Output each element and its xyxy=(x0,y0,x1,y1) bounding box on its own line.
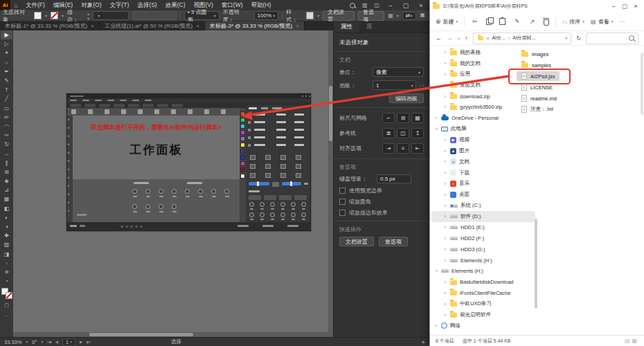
refresh-icon[interactable]: ↻ xyxy=(576,35,581,42)
checkbox-icon[interactable] xyxy=(339,199,346,205)
minimize-button[interactable]: – xyxy=(386,2,395,9)
stroke-swatch[interactable] xyxy=(51,12,58,19)
stroke-color-icon[interactable] xyxy=(6,292,12,299)
mesh-tool[interactable]: ▦ xyxy=(1,194,12,203)
color-swatch[interactable] xyxy=(240,118,245,122)
scale-tool[interactable]: ↔ xyxy=(1,149,12,158)
stroke-width-select[interactable]: ▾ xyxy=(93,11,129,20)
artboard-number-select[interactable]: 1 ▾ xyxy=(62,338,75,346)
hand-tool[interactable]: ✛ xyxy=(1,268,12,277)
forward-button[interactable]: → xyxy=(447,35,453,42)
menu-item-8[interactable]: 帮助(H) xyxy=(247,1,276,10)
align-icon[interactable]: ▦ xyxy=(388,12,393,19)
file-row-inner[interactable]: samples xyxy=(517,61,556,70)
type-tool[interactable]: T xyxy=(1,85,12,94)
sidebar-item-13[interactable]: ›桌面 xyxy=(431,189,535,200)
artboard-nav-first-icon[interactable]: |◀ xyxy=(47,340,51,344)
zoom-tool[interactable]: ◔ xyxy=(1,277,12,286)
checkbox-icon[interactable] xyxy=(339,188,346,194)
style-dropdown-icon[interactable]: ▾ xyxy=(317,13,319,18)
chevron-icon[interactable]: › xyxy=(443,225,447,230)
close-tab-icon[interactable]: × xyxy=(196,23,199,29)
document-tab-1[interactable]: 工业线缝(1).ai* @ 50 % (RGB/预览)× xyxy=(100,21,205,30)
column-graph-tool[interactable]: ▥ xyxy=(1,240,12,249)
eyedropper-tool[interactable]: ◐ xyxy=(1,213,12,222)
chevron-icon[interactable]: › xyxy=(443,149,447,154)
shaper-tool[interactable]: ✑ xyxy=(1,131,12,140)
chevron-icon[interactable]: › xyxy=(443,192,447,197)
variable-width-select[interactable] xyxy=(132,11,177,20)
curvature-tool[interactable]: ✎ xyxy=(1,76,12,85)
file-row-5[interactable]: ≡注意：.txt xyxy=(517,104,634,115)
chevron-icon[interactable]: › xyxy=(434,116,438,120)
search-box[interactable] xyxy=(586,33,638,44)
sort-button[interactable]: ↑↓ 排序 ▾ xyxy=(562,18,584,26)
sidebar-item-20[interactable]: ›Elements (H:) xyxy=(431,266,535,277)
file-row-1[interactable]: samples xyxy=(517,60,634,71)
paste-icon[interactable] xyxy=(499,18,506,25)
show-guides-icon[interactable]: ≣ xyxy=(382,128,395,138)
sidebar-scrollbar[interactable] xyxy=(535,219,537,309)
chevron-icon[interactable]: › xyxy=(443,247,447,252)
sidebar-item-16[interactable]: ›HDD1 (E:) xyxy=(431,222,535,233)
chevron-icon[interactable]: › xyxy=(443,258,447,263)
new-button[interactable]: ⊕ 新建 ▾ xyxy=(436,18,458,26)
stroke-dropdown-icon[interactable]: ▾ xyxy=(62,13,64,18)
grid-icon[interactable]: ⊞ xyxy=(397,113,409,123)
preference-checkbox-0[interactable]: 使用预览边界 xyxy=(339,187,424,194)
placed-screenshot[interactable]: ▸▸▸▸▸▸▸▸▸▸▸▸ 双击脚本是打不开的，需要在AI软件内运行脚本+ 工作面… xyxy=(66,93,311,231)
units-select[interactable]: 像素▾ xyxy=(373,67,424,77)
pixel-grid-icon[interactable]: ▦ xyxy=(411,113,424,123)
menu-item-5[interactable]: 效果(C) xyxy=(161,1,190,10)
rotate-tool[interactable]: ↻ xyxy=(1,140,12,149)
preferences-button[interactable]: 首选项 xyxy=(358,11,384,21)
keyboard-increment-input[interactable]: 0.5 px xyxy=(377,174,411,183)
folder-panel-icon[interactable]: ▣ xyxy=(420,12,426,20)
tab-properties[interactable]: 属性 xyxy=(334,21,359,33)
chevron-icon[interactable]: › xyxy=(443,159,447,164)
perspective-grid-tool[interactable]: ⊿ xyxy=(1,185,12,194)
tab-libraries[interactable]: 库 xyxy=(359,21,379,33)
rulers-icon[interactable]: ⌐ xyxy=(382,113,395,123)
sidebar-item-17[interactable]: ›HDD2 (F:) xyxy=(431,233,535,244)
paintbrush-tool[interactable]: ✏ xyxy=(1,113,12,122)
delete-icon[interactable] xyxy=(544,19,549,26)
icons-view-icon[interactable]: ▦ xyxy=(632,338,639,344)
zoom-level[interactable]: 33.33% xyxy=(4,339,21,345)
breadcrumb-segment-1[interactable]: AI分层转... xyxy=(512,35,535,42)
chevron-icon[interactable]: › xyxy=(443,50,447,55)
color-swatch[interactable] xyxy=(240,174,245,179)
pen-tool[interactable]: ✒ xyxy=(1,67,12,76)
artboard-select[interactable]: 1▾ xyxy=(373,80,416,90)
menu-item-3[interactable]: 文字(T) xyxy=(105,1,133,10)
pencil-tool[interactable]: ◠ xyxy=(1,122,12,131)
color-swatch[interactable] xyxy=(240,111,245,116)
sidebar-item-10[interactable]: ›≡文档 xyxy=(431,156,535,167)
sidebar-item-12[interactable]: ›♪音乐 xyxy=(431,179,535,190)
artboard-nav-prev-icon[interactable]: ◀ xyxy=(55,340,58,344)
artboard-nav-icons[interactable]: ‹ › xyxy=(419,83,424,88)
chevron-icon[interactable]: › xyxy=(443,203,447,208)
artboard-nav-last-icon[interactable]: ▶| xyxy=(87,340,91,344)
filelist-scrollbar[interactable] xyxy=(641,53,643,115)
rotation-value[interactable]: 0° xyxy=(32,339,37,345)
color-swatch[interactable] xyxy=(240,124,245,129)
color-swatch[interactable] xyxy=(240,167,245,172)
preference-checkbox-1[interactable]: 缩放圆角 xyxy=(339,198,424,206)
file-row-2[interactable]: %AI2Psd.jsx xyxy=(517,71,634,82)
qa-document-setup-button[interactable]: 文档设置 xyxy=(339,237,374,246)
chevron-icon[interactable]: › xyxy=(443,61,447,66)
stroke-stepper[interactable]: ▴▾ xyxy=(87,11,89,21)
blend-tool[interactable]: ◑ xyxy=(1,222,12,231)
close-button[interactable]: × xyxy=(417,2,425,9)
edit-artboards-button[interactable]: 编辑画板 xyxy=(389,93,424,103)
chevron-icon[interactable]: › xyxy=(443,72,447,77)
close-tab-icon[interactable]: × xyxy=(91,23,94,29)
chevron-icon[interactable]: › xyxy=(443,104,447,109)
sidebar-item-8[interactable]: ›▶视频 xyxy=(431,134,535,145)
sidebar-item-19[interactable]: ›Elements (H:) xyxy=(431,255,535,266)
chevron-icon[interactable]: › xyxy=(443,83,447,88)
direct-selection-tool[interactable]: ▷ xyxy=(1,39,12,48)
sidebar-item-22[interactable]: ›iFontsClientFileCache xyxy=(431,288,535,299)
file-row-inner[interactable]: %AI2Psd.jsx xyxy=(517,71,560,81)
